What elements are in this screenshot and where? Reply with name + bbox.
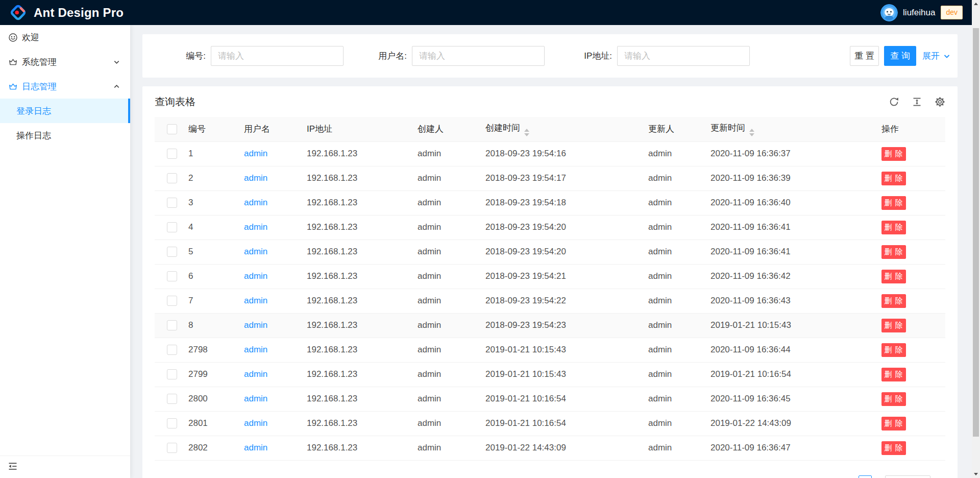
- cell-id: 2802: [180, 436, 236, 460]
- sidebar-item-system-management[interactable]: 系统管理: [0, 50, 130, 74]
- delete-button[interactable]: 删 除: [881, 196, 906, 210]
- menu-fold-icon[interactable]: [8, 461, 18, 473]
- delete-button[interactable]: 删 除: [881, 245, 906, 259]
- username-link[interactable]: admin: [244, 222, 267, 232]
- scroll-down-arrow-icon[interactable]: [974, 473, 978, 475]
- scrollbar-thumb[interactable]: [973, 28, 979, 437]
- cell-updated: 2020-11-09 16:36:40: [702, 190, 873, 215]
- cell-ip: 192.168.1.23: [299, 362, 409, 387]
- username-input[interactable]: [412, 46, 545, 66]
- expand-link[interactable]: 展开: [922, 34, 950, 78]
- id-input[interactable]: [211, 46, 344, 66]
- row-checkbox[interactable]: [167, 320, 177, 330]
- row-checkbox[interactable]: [167, 271, 177, 281]
- settings-gear-icon[interactable]: [934, 96, 945, 107]
- delete-button[interactable]: 删 除: [881, 319, 906, 332]
- table-row: 3 admin 192.168.1.23 admin 2018-09-23 19…: [155, 190, 945, 215]
- delete-button[interactable]: 删 除: [881, 417, 906, 431]
- cell-updater: admin: [640, 313, 702, 338]
- delete-button[interactable]: 删 除: [881, 368, 906, 381]
- field-label-username: 用户名:: [378, 34, 407, 78]
- app-logo-icon[interactable]: [10, 4, 27, 21]
- search-form-card: 编号: 用户名: IP地址: 重 置 查 询 展开: [142, 34, 958, 78]
- pagination-page-size-select[interactable]: [885, 475, 930, 478]
- username-link[interactable]: admin: [244, 173, 267, 183]
- cell-created: 2018-09-23 19:54:20: [477, 215, 640, 240]
- cell-updater: admin: [640, 166, 702, 190]
- delete-button[interactable]: 删 除: [881, 147, 906, 161]
- username-link[interactable]: admin: [244, 418, 267, 428]
- column-header-updated[interactable]: 更新时间: [702, 117, 873, 141]
- sidebar-item-welcome[interactable]: 欢迎: [0, 25, 130, 50]
- reload-icon[interactable]: [888, 96, 899, 107]
- smile-icon: [8, 32, 18, 42]
- sort-carets-icon[interactable]: [749, 129, 754, 136]
- sort-carets-icon[interactable]: [524, 129, 529, 136]
- row-checkbox[interactable]: [167, 418, 177, 428]
- cell-updated: 2020-11-09 16:36:41: [702, 215, 873, 240]
- username-link[interactable]: admin: [244, 198, 267, 207]
- username-link[interactable]: admin: [244, 296, 267, 305]
- row-checkbox[interactable]: [167, 198, 177, 208]
- chevron-up-icon: [113, 83, 120, 90]
- cell-updated: 2020-11-09 16:36:44: [702, 338, 873, 362]
- scroll-up-arrow-icon[interactable]: [974, 3, 978, 5]
- row-checkbox[interactable]: [167, 443, 177, 453]
- account-area[interactable]: liufeihua dev: [880, 4, 963, 21]
- sidebar-item-label: 日志管理: [22, 81, 57, 92]
- sidebar-item-login-log[interactable]: 登录日志: [0, 99, 130, 123]
- cell-creator: admin: [409, 313, 477, 338]
- expand-label: 展开: [922, 50, 940, 62]
- username-link[interactable]: admin: [244, 247, 267, 256]
- query-button[interactable]: 查 询: [884, 46, 916, 66]
- delete-button[interactable]: 删 除: [881, 441, 906, 455]
- cell-created: 2019-01-21 10:15:43: [477, 362, 640, 387]
- row-checkbox[interactable]: [167, 149, 177, 159]
- vertical-scrollbar[interactable]: [972, 0, 980, 478]
- ip-input[interactable]: [617, 46, 750, 66]
- row-checkbox[interactable]: [167, 369, 177, 379]
- row-checkbox[interactable]: [167, 247, 177, 257]
- crown-icon: [8, 81, 18, 91]
- column-header-created[interactable]: 创建时间: [477, 117, 640, 141]
- sidebar-item-label: 系统管理: [22, 56, 57, 68]
- delete-button[interactable]: 删 除: [881, 270, 906, 283]
- row-checkbox[interactable]: [167, 394, 177, 404]
- cell-updater: admin: [640, 289, 702, 313]
- cell-id: 8: [180, 313, 236, 338]
- select-all-checkbox[interactable]: [167, 124, 177, 134]
- cell-id: 1: [180, 141, 236, 166]
- cell-creator: admin: [409, 436, 477, 460]
- row-checkbox[interactable]: [167, 345, 177, 355]
- row-checkbox[interactable]: [167, 173, 177, 183]
- username-link[interactable]: admin: [244, 149, 267, 158]
- cell-creator: admin: [409, 289, 477, 313]
- sidebar-item-operation-log[interactable]: 操作日志: [0, 123, 130, 148]
- table-title: 查询表格: [155, 95, 195, 109]
- username-link[interactable]: admin: [244, 345, 267, 354]
- pagination-active-page[interactable]: [859, 475, 872, 478]
- table-toolbar: [888, 96, 945, 107]
- row-checkbox[interactable]: [167, 222, 177, 232]
- delete-button[interactable]: 删 除: [881, 172, 906, 185]
- field-label-id: 编号:: [186, 34, 206, 78]
- app-title: Ant Design Pro: [34, 6, 124, 20]
- username-link[interactable]: admin: [244, 443, 267, 452]
- sidebar-item-label: 欢迎: [22, 32, 39, 43]
- username-link[interactable]: admin: [244, 394, 267, 403]
- delete-button[interactable]: 删 除: [881, 392, 906, 406]
- username-link[interactable]: admin: [244, 369, 267, 379]
- table-row: 5 admin 192.168.1.23 admin 2018-09-23 19…: [155, 240, 945, 264]
- density-icon[interactable]: [911, 96, 922, 107]
- cell-ip: 192.168.1.23: [299, 240, 409, 264]
- reset-button[interactable]: 重 置: [850, 46, 879, 66]
- column-header-actions: 操作: [873, 117, 945, 141]
- delete-button[interactable]: 删 除: [881, 221, 906, 234]
- table-row: 7 admin 192.168.1.23 admin 2018-09-23 19…: [155, 289, 945, 313]
- sidebar-item-log-management[interactable]: 日志管理: [0, 74, 130, 99]
- delete-button[interactable]: 删 除: [881, 294, 906, 308]
- username-link[interactable]: admin: [244, 271, 267, 281]
- username-link[interactable]: admin: [244, 320, 267, 330]
- delete-button[interactable]: 删 除: [881, 343, 906, 357]
- row-checkbox[interactable]: [167, 296, 177, 306]
